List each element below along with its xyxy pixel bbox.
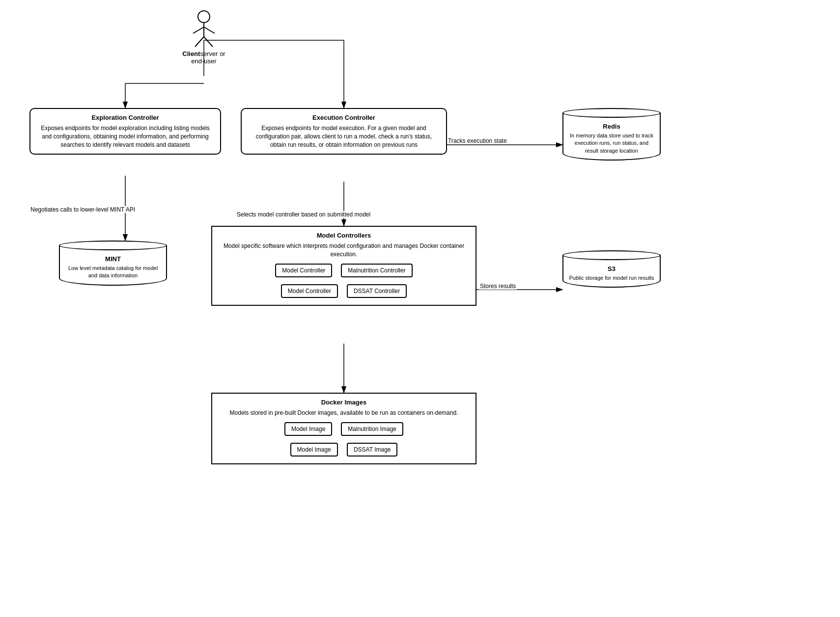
- model-controller-item-1: Model Controller: [275, 264, 332, 277]
- docker-images-desc: Models stored in pre-built Docker images…: [218, 409, 470, 417]
- mint-desc: Low level metadata catalog for model and…: [65, 265, 161, 280]
- malnutrition-image-item: Malnutrition Image: [341, 422, 403, 436]
- exploration-controller-desc: Exposes endpoints for model exploration …: [36, 124, 214, 149]
- mint-title: MINT: [65, 255, 161, 263]
- svg-point-11: [198, 11, 210, 23]
- docker-images-title: Docker Images: [218, 399, 470, 406]
- svg-line-15: [195, 37, 204, 47]
- malnutrition-controller-item: Malnutrition Controller: [341, 264, 412, 277]
- model-controllers-box: Model Controllers Model specific softwar…: [211, 226, 476, 306]
- redis-title: Redis: [568, 123, 655, 130]
- svg-line-13: [193, 27, 204, 33]
- arrows-svg: [0, 0, 840, 617]
- exploration-controller-title: Exploration Controller: [36, 114, 214, 121]
- docker-images-row2: Model Image DSSAT Image: [218, 441, 470, 458]
- model-controller-item-2: Model Controller: [281, 284, 338, 298]
- client-label: Client: [182, 50, 200, 57]
- svg-line-16: [204, 37, 213, 47]
- s3-title: S3: [568, 265, 655, 272]
- selects-label: Selects model controller based on submit…: [236, 211, 371, 218]
- model-controllers-row1: Model Controller Malnutrition Controller: [218, 262, 470, 279]
- diagram-container: Clientserver or end-user Exploration Con…: [0, 0, 840, 617]
- stores-label: Stores results: [479, 283, 517, 290]
- execution-controller-title: Execution Controller: [248, 114, 440, 121]
- model-image-item-1: Model Image: [284, 422, 332, 436]
- docker-images-box: Docker Images Models stored in pre-built…: [211, 393, 476, 464]
- client-figure: Clientserver or end-user: [177, 10, 231, 65]
- svg-line-14: [204, 27, 215, 33]
- model-image-item-2: Model Image: [290, 443, 338, 456]
- redis-cylinder: Redis In memory data store used to track…: [562, 108, 661, 161]
- execution-controller-box: Execution Controller Exposes endpoints f…: [241, 108, 447, 155]
- exploration-controller-box: Exploration Controller Exposes endpoints…: [29, 108, 221, 155]
- model-controllers-row2: Model Controller DSSAT Controller: [218, 282, 470, 300]
- dssat-controller-item: DSSAT Controller: [347, 284, 407, 298]
- redis-desc: In memory data store used to track execu…: [568, 132, 655, 155]
- execution-controller-desc: Exposes endpoints for model execution. F…: [248, 124, 440, 149]
- tracks-label: Tracks execution state: [447, 137, 508, 144]
- model-controllers-title: Model Controllers: [218, 232, 470, 239]
- model-controllers-desc: Model specific software which interprets…: [218, 242, 470, 259]
- s3-cylinder: S3 Public storage for model run results: [562, 250, 661, 288]
- dssat-image-item: DSSAT Image: [347, 443, 398, 456]
- s3-desc: Public storage for model run results: [568, 274, 655, 282]
- docker-images-row1: Model Image Malnutrition Image: [218, 420, 470, 438]
- mint-cylinder: MINT Low level metadata catalog for mode…: [59, 241, 167, 286]
- negotiates-label: Negotiates calls to lower-level MINT API: [29, 206, 136, 213]
